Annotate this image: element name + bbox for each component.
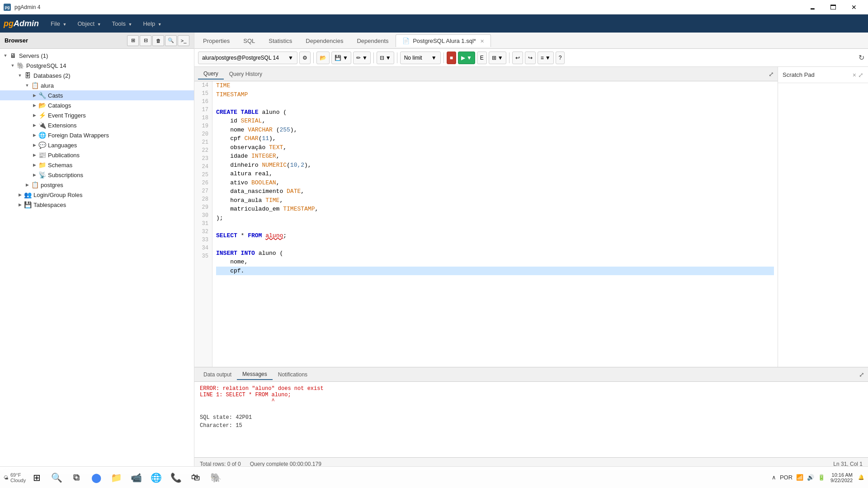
tree-label-alura: alura — [41, 82, 54, 89]
server-icon: 🐘 — [16, 61, 24, 70]
menu-tools[interactable]: Tools ▼ — [108, 18, 137, 30]
tree-arrow-servers: ▼ — [2, 52, 9, 59]
code-line-25: ativo BOOLEAN, — [216, 178, 774, 188]
minimize-button[interactable]: 🗕 — [802, 0, 823, 14]
tab-dependencies[interactable]: Dependencies — [299, 34, 350, 47]
window-controls: 🗕 🗖 ✕ — [802, 0, 864, 14]
query-toolbar: alura/postgres@PostgreSQL 14 ▼ ⚙ 📂 💾 ▼ ✏… — [194, 49, 868, 67]
browser-toolbar-search-btn[interactable]: 🔍 — [165, 35, 177, 46]
output-expand-icon[interactable]: ⤢ — [859, 371, 864, 378]
meet-btn[interactable]: 📞 — [167, 469, 185, 487]
tree-item-servers[interactable]: ▼ 🖥 Servers (1) — [0, 51, 194, 61]
tree-item-postgresql[interactable]: ▼ 🐘 PostgreSQL 14 — [0, 61, 194, 70]
scratch-pad-expand-btn[interactable]: ⤢ — [858, 71, 863, 79]
menu-file[interactable]: File ▼ — [46, 18, 71, 30]
app-title: pgAdmin 4 — [14, 4, 40, 10]
tree-item-catalogs[interactable]: ▶ 📂 Catalogs — [0, 100, 194, 110]
browser-toolbar-obj-btn[interactable]: ⊞ — [127, 35, 139, 46]
zoom-btn[interactable]: 📹 — [127, 469, 145, 487]
toolbar-separator-3 — [397, 52, 397, 63]
rollback-btn[interactable]: ↪ — [525, 52, 536, 64]
taskbar-time[interactable]: 10:16 AM 9/22/2022 — [830, 472, 853, 483]
weather-temp: 69°F — [10, 472, 26, 478]
tree-item-event-triggers[interactable]: ▶ ⚡ Event Triggers — [0, 110, 194, 120]
tree-item-languages[interactable]: ▶ 💬 Languages — [0, 140, 194, 150]
tree-item-casts[interactable]: ▶ 🔧 Casts — [0, 90, 194, 100]
open-file-btn[interactable]: 📂 — [316, 52, 330, 64]
qtab-history[interactable]: Query History — [224, 69, 268, 79]
editor-expand-icon[interactable]: ⤢ — [769, 70, 774, 78]
run-btn[interactable]: ▶ ▼ — [458, 52, 475, 64]
menu-object[interactable]: Object ▼ — [73, 18, 105, 30]
taskbar: 🌤 69°F Cloudy ⊞ 🔍 ⧉ ⬤ 📁 📹 🌐 📞 🛍 🐘 ∧ POR … — [0, 466, 868, 488]
titlebar: pg pgAdmin 4 🗕 🗖 ✕ — [0, 0, 868, 14]
code-line-28: matriculado_em TIMESTAMP, — [216, 205, 774, 214]
close-button[interactable]: ✕ — [844, 0, 864, 14]
tree-item-fdw[interactable]: ▶ 🌐 Foreign Data Wrappers — [0, 130, 194, 140]
editor-content: 1415161718 1920212223 2425262728 2930313… — [194, 81, 778, 367]
browser-toolbar-table-btn[interactable]: ⊟ — [140, 35, 151, 46]
commit-btn[interactable]: ↩ — [512, 52, 523, 64]
code-line-30 — [216, 222, 774, 231]
save-file-btn[interactable]: 💾 ▼ — [331, 52, 351, 64]
pgadmin-taskbar-btn[interactable]: 🐘 — [207, 469, 225, 487]
chrome2-btn[interactable]: 🌐 — [147, 469, 165, 487]
tab-dependents[interactable]: Dependents — [350, 34, 395, 47]
app-icon: pg — [4, 4, 11, 11]
more-btn[interactable]: ≡ ▼ — [538, 52, 554, 64]
limit-select[interactable]: No limit ▼ — [400, 52, 441, 64]
lang-indicator: POR — [780, 474, 793, 481]
tree-item-alura[interactable]: ▼ 📋 alura — [0, 80, 194, 90]
tab-properties[interactable]: Properties — [196, 34, 236, 47]
store-btn[interactable]: 🛍 — [187, 469, 205, 487]
tree-item-databases[interactable]: ▼ 🗄 Databases (2) — [0, 70, 194, 80]
browser-toolbar-sql-btn[interactable]: >_ — [178, 35, 189, 46]
code-line-31: SELECT * FROM aluno; — [216, 231, 774, 240]
start-button[interactable]: ⊞ — [28, 469, 46, 487]
tab-statistics[interactable]: Statistics — [262, 34, 299, 47]
db-connection-label: alura/postgres@PostgreSQL 14 — [202, 55, 279, 61]
otab-notifications[interactable]: Notifications — [273, 370, 313, 380]
stop-btn[interactable]: ■ — [447, 52, 456, 64]
otab-messages[interactable]: Messages — [237, 369, 273, 380]
edit-btn[interactable]: ✏ ▼ — [353, 52, 371, 64]
scratch-pad-content[interactable] — [778, 83, 868, 367]
search-taskbar-btn[interactable]: 🔍 — [47, 469, 66, 487]
db-connection-select[interactable]: alura/postgres@PostgreSQL 14 ▼ — [198, 52, 297, 64]
chrome-btn[interactable]: ⬤ — [87, 469, 105, 487]
roles-icon: 👥 — [24, 191, 32, 199]
toolbar-separator-4 — [443, 52, 444, 63]
tab-close-btn[interactable]: ✕ — [480, 38, 484, 44]
tree-item-schemas[interactable]: ▶ 📁 Schemas — [0, 160, 194, 170]
code-content[interactable]: TIME TIMESTAMP CREATE TABLE aluno ( id S… — [212, 81, 778, 367]
refresh-icon[interactable]: ↻ — [859, 53, 864, 62]
files-btn[interactable]: 📁 — [107, 469, 125, 487]
code-editor[interactable]: 1415161718 1920212223 2425262728 2930313… — [194, 81, 778, 367]
qtab-query[interactable]: Query — [198, 69, 224, 80]
maximize-button[interactable]: 🗖 — [823, 0, 844, 14]
manage-macros-btn[interactable]: ⚙ — [299, 52, 311, 64]
otab-data-output[interactable]: Data output — [198, 370, 237, 380]
chevron-up-icon[interactable]: ∧ — [772, 474, 776, 481]
tab-sql-file[interactable]: 📄 PostgreSQL Alura 1.sql* ✕ — [396, 34, 491, 47]
menu-help[interactable]: Help ▼ — [138, 18, 166, 30]
explain-analyze-btn[interactable]: ⊞ ▼ — [489, 52, 506, 64]
tree-item-extensions[interactable]: ▶ 🔌 Extensions — [0, 120, 194, 130]
explain-btn[interactable]: E — [477, 52, 487, 64]
filter-btn[interactable]: ⊟ ▼ — [377, 52, 394, 64]
taskview-btn[interactable]: ⧉ — [67, 469, 85, 487]
notifications-icon[interactable]: 🔔 — [858, 474, 864, 480]
tree-item-tablespaces[interactable]: ▶ 💾 Tablespaces — [0, 200, 194, 210]
code-line-29: ); — [216, 214, 774, 223]
browser-toolbar-delete-btn[interactable]: 🗑 — [152, 35, 164, 46]
tree-item-roles[interactable]: ▶ 👥 Login/Group Roles — [0, 190, 194, 200]
scratch-pad-close-btn[interactable]: × — [853, 71, 856, 79]
query-tabs: Query Query History ⤢ — [194, 67, 778, 81]
tab-sql[interactable]: SQL — [236, 34, 262, 47]
tree-item-postgres-db[interactable]: ▶ 📋 postgres — [0, 180, 194, 190]
tree-item-subscriptions[interactable]: ▶ 📡 Subscriptions — [0, 170, 194, 180]
databases-icon: 🗄 — [24, 71, 32, 80]
tree-item-publications[interactable]: ▶ 📰 Publications — [0, 150, 194, 160]
help-btn[interactable]: ? — [556, 52, 565, 64]
tree-label-databases: Databases (2) — [33, 72, 71, 79]
